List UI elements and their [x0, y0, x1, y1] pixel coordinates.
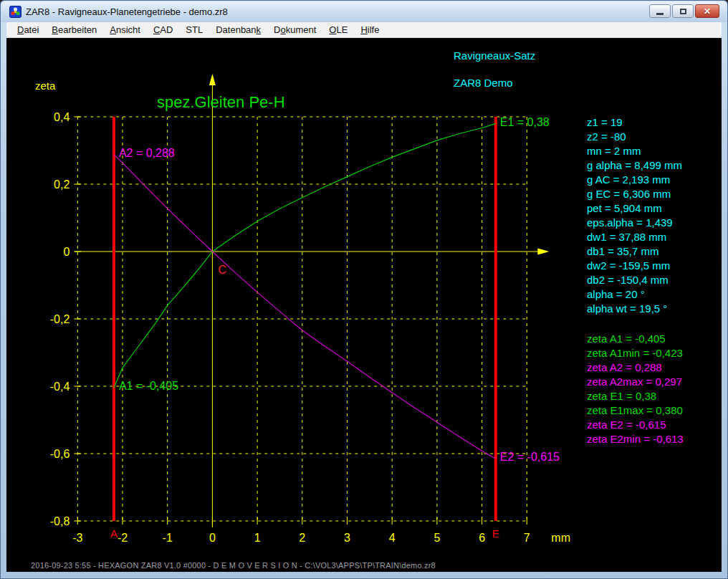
- param-line: alpha wt = 19,5 °: [587, 302, 682, 316]
- param-line: g EC = 6,306 mm: [587, 187, 682, 201]
- x-axis-unit-label: mm: [551, 532, 570, 544]
- header-line-1: Ravigneaux-Satz: [454, 49, 535, 62]
- x-tick-label: 4: [389, 532, 396, 544]
- annotation-A1: A1 = -0,405: [119, 380, 178, 392]
- chart-title: spez.Gleiten Pe-H: [157, 93, 285, 111]
- close-button[interactable]: ✕: [695, 4, 719, 18]
- app-window: ZAR8 - Ravigneaux-Planetengetriebe - dem…: [0, 0, 728, 579]
- annotation-C: C: [218, 264, 226, 276]
- menu-item-ansicht[interactable]: Ansicht: [103, 23, 147, 37]
- param-line: dw2 = -159,5 mm: [587, 259, 682, 273]
- plot-area: AE0,40,20-0,2-0,4-0,6-0,8-3-2-101234567m…: [6, 38, 722, 572]
- zeta-value-line: zeta E2min = -0,613: [587, 432, 684, 446]
- x-tick-label: 0: [209, 532, 216, 544]
- y-tick-label: -0,6: [50, 448, 70, 460]
- param-line: g alpha = 8,499 mm: [587, 158, 682, 173]
- zeta-value-list: zeta A1 = -0,405zeta A1min = -0,423zeta …: [587, 332, 684, 446]
- curve-zeta1: [114, 123, 496, 388]
- x-tick-label: 3: [344, 532, 350, 544]
- x-tick-label: 7: [524, 532, 530, 544]
- menu-item-ole[interactable]: OLE: [322, 23, 354, 37]
- x-tick-label: 6: [479, 532, 485, 544]
- status-bar-text: 2016-09-23 5:55 - HEXAGON ZAR8 V1.0 #000…: [31, 561, 436, 570]
- annotation-E1: E1 = 0,38: [500, 116, 550, 128]
- x-tick-label: -1: [163, 532, 173, 544]
- zeta-value-line: zeta A2max = 0,297: [587, 375, 684, 389]
- minimize-button[interactable]: [649, 4, 671, 18]
- x-tick-label: 2: [299, 532, 305, 544]
- app-icon: [9, 6, 21, 18]
- maximize-icon: [680, 9, 686, 14]
- y-tick-label: -0,4: [50, 381, 70, 393]
- y-tick-label: 0: [63, 246, 70, 258]
- param-line: z1 = 19: [587, 115, 682, 130]
- marker-label-A: A: [110, 527, 118, 540]
- y-tick-label: 0,2: [54, 178, 70, 191]
- param-line: mn = 2 mm: [587, 144, 682, 158]
- zeta-value-line: zeta A1 = -0,405: [587, 332, 684, 346]
- menu-item-datei[interactable]: Datei: [11, 23, 45, 37]
- param-line: alpha = 20 °: [587, 287, 682, 302]
- x-tick-label: 5: [434, 532, 440, 544]
- param-line: db2 = -150,4 mm: [587, 273, 682, 287]
- param-line: g AC = 2,193 mm: [587, 173, 682, 187]
- param-line: pet = 5,904 mm: [587, 201, 682, 216]
- y-tick-label: 0,4: [54, 111, 70, 123]
- menu-item-dokument[interactable]: Dokument: [267, 23, 322, 37]
- param-line: z2 = -80: [587, 130, 682, 144]
- annotation-E2: E2 = -0,615: [500, 451, 560, 463]
- menubar: DateiBearbeitenAnsichtCADSTLDatenbankDok…: [6, 22, 722, 38]
- maximize-button[interactable]: [672, 4, 694, 18]
- header-line-2: ZAR8 Demo: [454, 77, 513, 89]
- menu-item-stl[interactable]: STL: [179, 23, 209, 37]
- y-tick-label: -0,8: [50, 515, 70, 527]
- y-tick-label: -0,2: [50, 313, 70, 325]
- menu-item-hilfe[interactable]: Hilfe: [354, 23, 385, 37]
- x-tick-label: -3: [72, 532, 82, 544]
- menu-item-cad[interactable]: CAD: [147, 23, 179, 37]
- title-bar: ZAR8 - Ravigneaux-Planetengetriebe - dem…: [1, 1, 727, 22]
- annotation-A2: A2 = 0,288: [119, 147, 175, 159]
- y-axis-arrow-icon: [209, 74, 216, 85]
- param-line: db1 = 35,7 mm: [587, 244, 682, 259]
- menu-item-datenbank[interactable]: Datenbank: [209, 23, 267, 37]
- marker-label-E: E: [492, 527, 499, 540]
- window-title: ZAR8 - Ravigneaux-Planetengetriebe - dem…: [26, 6, 228, 17]
- zeta-value-line: zeta E1 = 0,38: [587, 389, 684, 403]
- menu-item-bearbeiten[interactable]: Bearbeiten: [45, 23, 103, 37]
- x-tick-label: 1: [254, 532, 261, 544]
- x-axis-arrow-icon: [537, 249, 549, 255]
- zeta-value-line: zeta A2 = 0,288: [587, 360, 684, 375]
- x-tick-label: -2: [118, 532, 128, 544]
- param-line: eps.alpha = 1,439: [587, 216, 682, 230]
- close-icon: ✕: [704, 7, 711, 16]
- minimize-icon: [656, 13, 664, 15]
- param-line: dw1 = 37,88 mm: [587, 230, 682, 244]
- param-list: z1 = 19z2 = -80mn = 2 mmg alpha = 8,499 …: [587, 115, 682, 316]
- zeta-value-line: zeta E1max = 0,380: [587, 403, 684, 418]
- curve-zeta2: [114, 155, 496, 459]
- y-axis-title: zeta: [35, 80, 56, 92]
- zeta-value-line: zeta E2 = -0,615: [587, 418, 684, 432]
- zeta-value-line: zeta A1min = -0,423: [587, 346, 684, 360]
